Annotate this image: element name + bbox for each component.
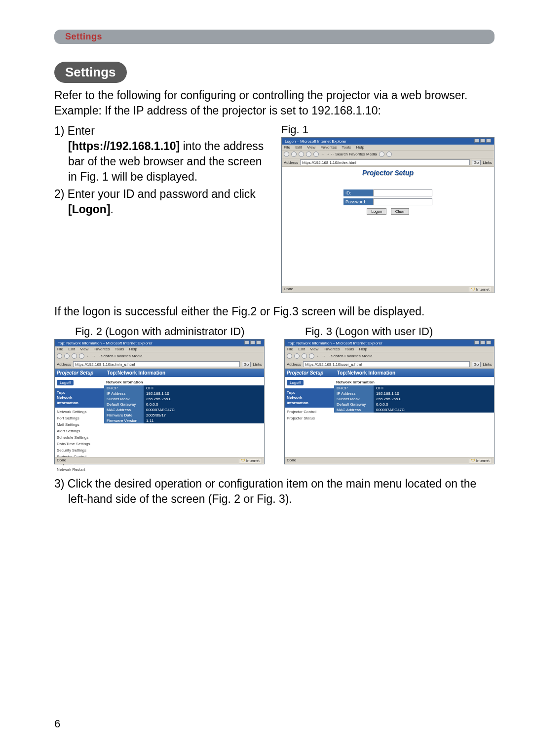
id-input[interactable] [373,189,432,196]
cell-key: Default Gateway [104,402,144,407]
sidebar-item-port-settings[interactable]: Port Settings [55,415,104,421]
close-icon[interactable] [256,340,261,344]
section-label: Network Infomation [104,377,264,385]
go-button[interactable]: Go [472,362,481,367]
fig1-label: Fig. 1 [281,123,495,136]
menu-tools[interactable]: Tools [345,347,354,351]
sidebar-top-item[interactable]: Top: Network Information [285,388,334,408]
forward-icon[interactable] [291,151,297,157]
menu-edit[interactable]: Edit [68,347,75,351]
fig2-toolbar: ← → · · Search Favorites Media [55,352,264,360]
sidebar-item-schedule-settings[interactable]: Schedule Settings [55,434,104,441]
fig1-titlebar: Logon – Microsoft Internet Explorer [282,138,494,145]
menu-view[interactable]: View [310,347,318,351]
intro-text: Refer to the following for configuring o… [54,88,495,118]
back-icon[interactable] [284,151,289,157]
menu-view[interactable]: View [307,145,315,150]
close-icon[interactable] [486,139,491,143]
menu-tools[interactable]: Tools [342,145,351,150]
id-label: ID: [343,189,373,196]
stop-icon[interactable] [72,353,77,359]
address-input[interactable]: https://192.168.1.10/admin_e.html [73,361,239,367]
menu-file[interactable]: File [284,145,290,150]
status-left: Done [57,458,66,463]
status-left: Done [284,287,293,292]
intro-line1: Refer to the following for configuring o… [54,89,467,102]
step1-url: [https://192.168.1.10] [68,140,180,152]
step2-prefix: 2) Enter your ID and password and click [54,188,256,200]
links-label[interactable]: Links [253,362,262,367]
fig3-title: Top: Network Information – Microsoft Int… [288,341,382,345]
sidebar-item-projector-status[interactable]: Projector Status [285,415,334,421]
menu-favorites[interactable]: Favorites [324,347,340,351]
home-icon[interactable] [313,151,319,157]
sidebar-item-alert-settings[interactable]: Alert Settings [55,428,104,434]
cell-key: Default Gateway [334,402,374,407]
menu-tools[interactable]: Tools [115,347,124,351]
links-label[interactable]: Links [483,160,492,165]
sidebar-item-projector-control[interactable]: Projector Control [285,409,334,415]
fig2-caption: Fig. 2 (Logon with administrator ID) [75,325,265,338]
maximize-icon[interactable] [250,340,255,344]
go-button[interactable]: Go [242,362,251,367]
print-icon[interactable] [386,151,392,157]
logoff-button[interactable]: Logoff [287,380,304,385]
back-icon[interactable] [287,353,292,359]
toolbar-text: ← → · · Search Favorites Media [316,354,373,358]
minimize-icon[interactable] [474,139,479,143]
sidebar-item-security-settings[interactable]: Security Settings [55,447,104,454]
table-row: Subnet Mask255.255.255.0 [334,396,494,402]
cell-value: 192.168.1.10 [144,391,264,396]
stop-icon[interactable] [299,151,304,157]
menu-favorites[interactable]: Favorites [94,347,110,351]
menu-help[interactable]: Help [359,347,367,351]
address-input[interactable]: https://192.168.1.10/index.html [300,159,469,165]
table-row: MAC Address000087AEC47C [104,407,264,413]
menu-help[interactable]: Help [129,347,137,351]
logoff-button[interactable]: Logoff [57,380,74,385]
section-header-bar: Settings [54,30,495,44]
menu-view[interactable]: View [80,347,88,351]
menu-file[interactable]: File [287,347,293,351]
forward-icon[interactable] [64,353,70,359]
minimize-icon[interactable] [474,340,479,344]
sidebar-item-network-settings[interactable]: Network Settings [55,409,104,415]
forward-icon[interactable] [294,353,300,359]
minimize-icon[interactable] [244,340,249,344]
status-left: Done [287,458,296,463]
password-input[interactable] [373,198,432,205]
cell-value: 2005/09/17 [144,413,264,418]
go-button[interactable]: Go [472,160,481,165]
address-input[interactable]: https://192.168.1.10/user_e.html [303,361,469,367]
step-1: 1) Enter [https://192.168.1.10] into the… [54,123,266,185]
sidebar-item-mail-settings[interactable]: Mail Settings [55,421,104,428]
close-icon[interactable] [486,340,491,344]
menu-edit[interactable]: Edit [295,145,302,150]
links-label[interactable]: Links [483,362,492,367]
cell-key: Firmware Version [104,418,144,423]
logon-button[interactable]: Logon [367,208,386,215]
refresh-icon[interactable] [309,353,314,359]
menu-edit[interactable]: Edit [298,347,305,351]
clear-button[interactable]: Clear [391,208,409,215]
table-row: MAC Address000087AEC47C [334,407,494,413]
mail-icon[interactable] [379,151,384,157]
maximize-icon[interactable] [480,139,485,143]
back-icon[interactable] [57,353,62,359]
menu-file[interactable]: File [57,347,63,351]
refresh-icon[interactable] [306,151,311,157]
sidebar-top-item[interactable]: Top: Network Information [55,388,104,408]
cell-value: 192.168.1.10 [374,391,494,396]
refresh-icon[interactable] [79,353,84,359]
menu-favorites[interactable]: Favorites [321,145,337,150]
maximize-icon[interactable] [480,340,485,344]
menu-help[interactable]: Help [356,145,364,150]
fig2-titlebar: Top: Network Information – Microsoft Int… [55,340,264,346]
fig2-browser: Top: Network Information – Microsoft Int… [54,339,265,464]
cell-key: MAC Address [104,407,144,413]
sidebar-item-datetime-settings[interactable]: Date/Time Settings [55,441,104,447]
table-row: Firmware Version1.11 [104,418,264,423]
stop-icon[interactable] [302,353,307,359]
sidebar-item-network-restart[interactable]: Network Restart [55,466,104,473]
step2-logon: [Logon] [68,203,111,216]
